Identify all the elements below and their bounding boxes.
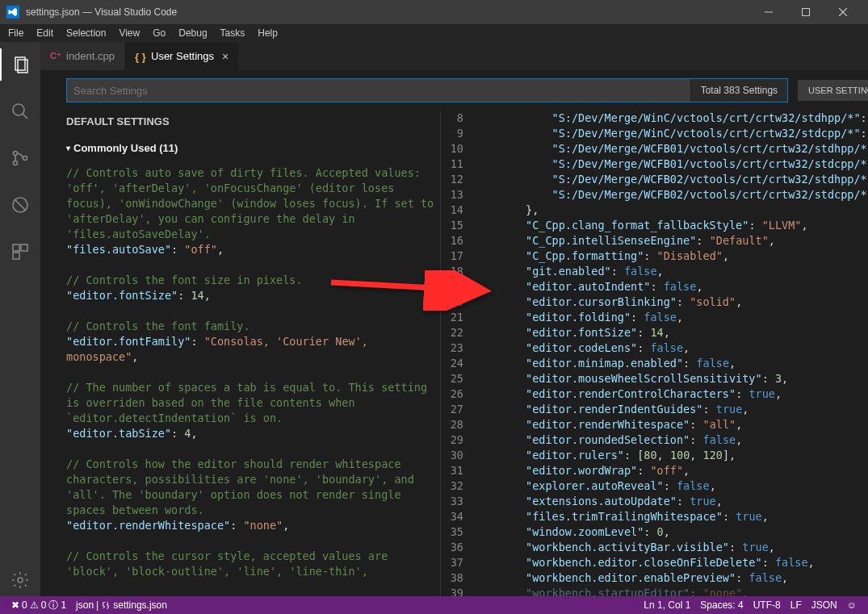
default-settings-heading: DEFAULT SETTINGS (66, 115, 440, 127)
status-encoding[interactable]: UTF-8 (748, 599, 786, 611)
status-cursor[interactable]: Ln 1, Col 1 (639, 599, 695, 611)
status-problems[interactable]: ✖0 ⚠0 ⓘ1 (6, 599, 71, 612)
source-control-icon[interactable] (0, 142, 40, 174)
status-feedback-icon[interactable]: ☺ (842, 599, 862, 611)
tab-label: User Settings (151, 50, 214, 62)
svg-rect-13 (13, 244, 19, 251)
svg-point-6 (13, 104, 24, 115)
settings-scope-dropdown[interactable]: USER SETTINGS (798, 80, 868, 101)
close-icon[interactable]: × (222, 50, 229, 63)
menu-debug[interactable]: Debug (172, 26, 213, 40)
window-title: settings.json — Visual Studio Code (26, 6, 177, 18)
menu-tasks[interactable]: Tasks (214, 26, 252, 40)
editor-tabs: C⁺indent.cpp{ }User Settings×⋯ (40, 42, 868, 70)
settings-gear-icon[interactable] (0, 564, 40, 596)
svg-point-10 (23, 157, 27, 161)
titlebar: settings.json — Visual Studio Code (0, 0, 868, 24)
status-language[interactable]: JSON (807, 599, 842, 611)
svg-line-7 (23, 114, 27, 119)
settings-search-box[interactable]: Total 383 Settings (66, 78, 788, 102)
search-icon[interactable] (0, 95, 40, 127)
debug-icon[interactable] (0, 189, 40, 221)
menu-go[interactable]: Go (146, 26, 172, 40)
status-indent[interactable]: Spaces: 4 (695, 599, 748, 611)
svg-rect-15 (13, 253, 19, 259)
tab-indent.cpp[interactable]: C⁺indent.cpp (40, 42, 125, 70)
minimize-button[interactable] (750, 0, 787, 24)
tab-user-settings[interactable]: { }User Settings× (125, 42, 239, 70)
close-button[interactable] (824, 0, 862, 24)
extensions-icon[interactable] (0, 236, 40, 268)
activitybar (0, 42, 40, 596)
svg-rect-14 (21, 244, 27, 251)
menubar: FileEditSelectionViewGoDebugTasksHelp (0, 24, 868, 42)
menu-selection[interactable]: Selection (60, 26, 112, 40)
menu-edit[interactable]: Edit (30, 26, 60, 40)
svg-point-8 (14, 152, 18, 156)
settings-search-input[interactable] (67, 85, 690, 97)
user-settings-editor[interactable]: 8910111213141516171819202122232425262728… (440, 111, 868, 596)
explorer-icon[interactable] (0, 48, 40, 81)
default-settings-panel: DEFAULT SETTINGS Commonly Used (11) // C… (40, 111, 440, 596)
status-editor-path[interactable]: json| settings.json (71, 599, 172, 611)
menu-file[interactable]: File (2, 26, 30, 40)
vscode-icon (6, 6, 19, 19)
svg-point-16 (18, 578, 23, 583)
settings-count: Total 383 Settings (690, 79, 787, 102)
statusbar: ✖0 ⚠0 ⓘ1 json| settings.json Ln 1, Col 1… (0, 596, 868, 614)
svg-rect-1 (803, 9, 810, 16)
tab-label: indent.cpp (66, 50, 115, 62)
svg-line-12 (15, 199, 26, 211)
status-eol[interactable]: LF (786, 599, 807, 611)
section-commonly-used[interactable]: Commonly Used (11) (66, 142, 440, 154)
menu-view[interactable]: View (112, 26, 146, 40)
svg-point-9 (14, 161, 18, 165)
menu-help[interactable]: Help (251, 26, 284, 40)
maximize-button[interactable] (787, 0, 824, 24)
